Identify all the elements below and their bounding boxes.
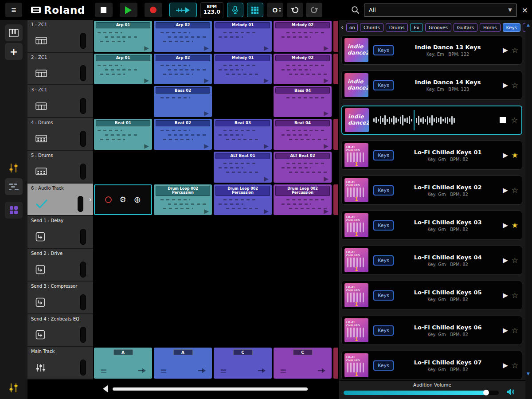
track-row[interactable]: 6 : Audio Track› <box>27 184 93 216</box>
volume-fader[interactable] <box>80 294 86 310</box>
volume-fader[interactable] <box>80 131 86 147</box>
bpm-display[interactable]: BPM 123.0 <box>200 2 223 18</box>
clip[interactable]: Arp 01▶ <box>94 21 152 52</box>
favorite-star-icon[interactable]: ☆ <box>512 361 518 370</box>
search-icon[interactable] <box>351 6 360 14</box>
track-row[interactable]: Send 1 : Delay <box>27 216 93 249</box>
loop-item[interactable]: LO-FI CHILLED1KeysLo-Fi Chilled Keys 03K… <box>341 211 522 240</box>
microphone-button[interactable] <box>227 3 243 17</box>
clip[interactable]: Melody 01▶ <box>214 21 272 52</box>
clip-play-icon[interactable]: ▶ <box>324 208 329 214</box>
loop-item[interactable]: LO-FI CHILLED1KeysLo-Fi Chilled Keys 06K… <box>341 316 522 345</box>
clip-play-icon[interactable]: ▶ <box>204 45 209 51</box>
clip-play-icon[interactable]: ▶ <box>204 208 209 214</box>
favorite-star-icon[interactable]: ☆ <box>512 81 518 90</box>
favorite-star-icon[interactable]: ☆ <box>512 186 518 195</box>
clip-play-icon[interactable]: ▶ <box>324 77 329 83</box>
track-row[interactable]: 5 : Drums <box>27 151 93 184</box>
loop-item[interactable]: LO-FI CHILLED1KeysLo-Fi Chilled Keys 05K… <box>341 281 522 310</box>
add-track-button[interactable]: + <box>5 43 23 60</box>
scene-launch-icon[interactable] <box>198 368 207 374</box>
loop-item[interactable]: LO-FI CHILLED1KeysLo-Fi Chilled Keys 02K… <box>341 176 522 205</box>
scene-button[interactable]: A≡ <box>94 348 152 379</box>
instrument-button[interactable] <box>5 24 23 41</box>
scene-menu-icon[interactable]: ≡ <box>220 366 227 375</box>
speaker-icon[interactable] <box>506 388 515 395</box>
favorite-star-icon[interactable]: ☆ <box>511 116 518 125</box>
clip-launch-view-button[interactable] <box>5 202 23 219</box>
clip[interactable]: Bass 04▶ <box>274 86 332 117</box>
play-preview-icon[interactable]: ▶ <box>503 256 508 264</box>
scroll-left-icon[interactable] <box>103 385 108 392</box>
track-row[interactable]: Main Track <box>27 347 93 379</box>
category-chip[interactable]: on <box>346 23 358 32</box>
clip-play-icon[interactable]: ▶ <box>264 176 269 182</box>
scene-launch-icon[interactable] <box>317 368 326 374</box>
play-preview-icon[interactable]: ▶ <box>503 221 508 229</box>
favorite-star-icon[interactable]: ★ <box>512 221 518 230</box>
play-preview-icon[interactable]: ▶ <box>503 361 508 369</box>
play-preview-icon[interactable]: ▶ <box>503 291 508 299</box>
clip-play-icon[interactable]: ▶ <box>324 176 329 182</box>
play-preview-icon[interactable]: ▶ <box>503 81 508 89</box>
clip[interactable] <box>333 184 338 215</box>
clip[interactable]: ALT Beat 01▶ <box>214 152 272 183</box>
menu-icon[interactable]: ≡ <box>5 3 22 17</box>
loop-item[interactable]: indiedance2☆ <box>341 106 522 135</box>
stop-preview-button[interactable] <box>500 117 506 123</box>
scene-menu-icon[interactable]: ≡ <box>160 366 167 375</box>
track-row[interactable]: 4 : Drums <box>27 118 93 151</box>
clip[interactable] <box>333 54 338 85</box>
volume-fader[interactable] <box>80 33 86 49</box>
scene-launch-icon[interactable] <box>258 368 266 374</box>
clip[interactable]: Drum Loop 002Percussion▶ <box>274 184 332 215</box>
play-preview-icon[interactable]: ▶ <box>503 186 508 194</box>
scene-button[interactable]: C≡ <box>274 348 332 379</box>
clip[interactable] <box>333 21 338 52</box>
undo-button[interactable] <box>287 3 303 17</box>
scene-menu-icon[interactable]: ≡ <box>100 366 107 375</box>
category-chip[interactable]: Drums <box>386 23 408 32</box>
clip[interactable]: Melody 02▶ <box>274 21 332 52</box>
scene-menu-icon[interactable]: ≡ <box>280 366 287 375</box>
track-row[interactable]: Send 3 : Compressor <box>27 282 93 314</box>
loop-item[interactable]: indiedance2KeysIndie Dance 14 KeysKey: E… <box>341 70 522 100</box>
clip-play-icon[interactable]: ▶ <box>144 45 149 51</box>
loop-item[interactable]: LO-FI CHILLED1KeysLo-Fi Chilled Keys 01K… <box>341 141 522 170</box>
category-chip[interactable]: Guitars <box>454 23 477 32</box>
filter-dropdown[interactable]: All ▼ <box>364 4 517 17</box>
clip[interactable]: Melody 01▶ <box>214 54 272 85</box>
scrollbar-thumb[interactable] <box>113 387 308 391</box>
play-preview-icon[interactable]: ▶ <box>503 326 508 334</box>
clip-play-icon[interactable]: ▶ <box>264 143 269 149</box>
volume-fader[interactable] <box>80 327 86 343</box>
piano-roll-view-button[interactable] <box>5 178 23 195</box>
loop-item[interactable]: LO-FI CHILLED1KeysLo-Fi Chilled Keys 07K… <box>341 351 522 380</box>
redo-button[interactable] <box>306 3 322 17</box>
track-row[interactable]: Send 2 : Drive <box>27 249 93 282</box>
clip[interactable]: Beat 03▶ <box>214 119 272 150</box>
audition-volume-slider[interactable] <box>344 391 499 395</box>
stop-button[interactable] <box>95 3 113 17</box>
favorite-star-icon[interactable]: ☆ <box>512 326 518 335</box>
slider-thumb[interactable] <box>483 390 489 395</box>
track-row[interactable]: Send 4 : Zenbeats EQ <box>27 314 93 347</box>
settings-gear-icon[interactable]: ⚙ <box>119 196 126 203</box>
clip[interactable] <box>333 119 338 150</box>
loop-item[interactable]: indiedance2KeysIndie Dance 13 KeysKey: E… <box>341 35 522 65</box>
scroll-down-icon[interactable]: ▼ <box>527 372 530 376</box>
clip-play-icon[interactable]: ▶ <box>324 110 329 116</box>
scene-button[interactable]: C≡ <box>214 348 272 379</box>
loop-item[interactable]: LO-FI CHILLED1KeysLo-Fi Chilled Keys 04K… <box>341 246 522 275</box>
favorite-star-icon[interactable]: ☆ <box>512 46 518 55</box>
record-button[interactable] <box>145 3 162 17</box>
note-repeat-button[interactable] <box>169 3 197 17</box>
clip[interactable]: ALT Beat 02▶ <box>274 152 332 183</box>
favorite-star-icon[interactable]: ☆ <box>512 291 518 300</box>
category-chip[interactable]: Grooves <box>425 23 451 32</box>
clip-play-icon[interactable]: ▶ <box>144 143 149 149</box>
volume-fader[interactable] <box>80 262 86 278</box>
volume-fader[interactable] <box>80 98 86 114</box>
clip[interactable]: Arp 02▶ <box>154 21 212 52</box>
overdub-button[interactable]: O <box>267 3 283 17</box>
